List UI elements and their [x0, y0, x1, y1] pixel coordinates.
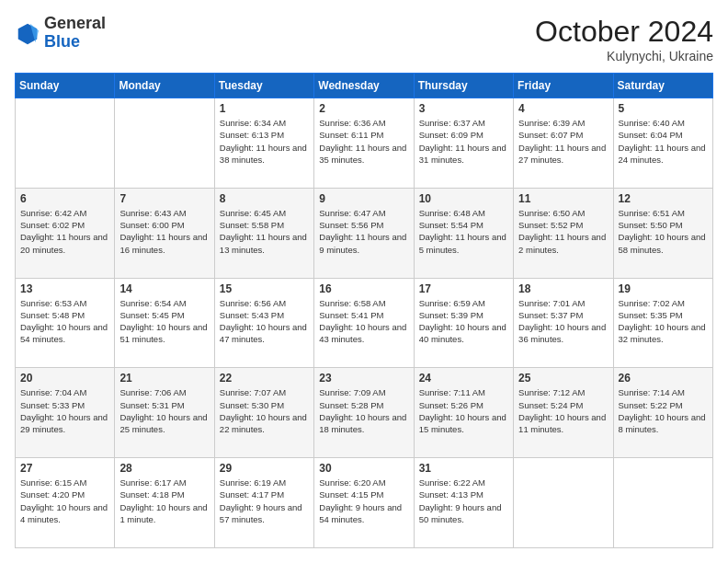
day-info: Sunrise: 6:39 AMSunset: 6:07 PMDaylight:… [518, 117, 608, 166]
week-row-2: 6Sunrise: 6:42 AMSunset: 6:02 PMDaylight… [16, 188, 713, 278]
day-number: 1 [220, 102, 309, 115]
day-cell: 24Sunrise: 7:11 AMSunset: 5:26 PMDayligh… [414, 368, 513, 458]
calendar-table: SundayMondayTuesdayWednesdayThursdayFrid… [15, 73, 713, 548]
month-title: October 2024 [535, 15, 713, 49]
day-cell: 17Sunrise: 6:59 AMSunset: 5:39 PMDayligh… [414, 278, 513, 368]
day-cell: 20Sunrise: 7:04 AMSunset: 5:33 PMDayligh… [16, 368, 115, 458]
day-cell: 29Sunrise: 6:19 AMSunset: 4:17 PMDayligh… [214, 458, 313, 548]
day-number: 13 [20, 282, 109, 295]
day-cell: 8Sunrise: 6:45 AMSunset: 5:58 PMDaylight… [214, 188, 313, 278]
day-number: 20 [20, 372, 109, 385]
day-cell: 7Sunrise: 6:43 AMSunset: 6:00 PMDaylight… [115, 188, 214, 278]
day-cell: 23Sunrise: 7:09 AMSunset: 5:28 PMDayligh… [314, 368, 414, 458]
day-info: Sunrise: 6:17 AMSunset: 4:18 PMDaylight:… [119, 477, 209, 525]
day-info: Sunrise: 7:01 AMSunset: 5:37 PMDaylight:… [518, 297, 608, 346]
day-number: 5 [619, 102, 708, 115]
day-cell: 18Sunrise: 7:01 AMSunset: 5:37 PMDayligh… [514, 278, 613, 368]
day-number: 26 [619, 372, 708, 385]
week-row-4: 20Sunrise: 7:04 AMSunset: 5:33 PMDayligh… [16, 368, 713, 458]
day-number: 4 [518, 102, 608, 115]
day-cell: 21Sunrise: 7:06 AMSunset: 5:31 PMDayligh… [115, 368, 214, 458]
day-info: Sunrise: 6:37 AMSunset: 6:09 PMDaylight:… [419, 117, 508, 166]
day-info: Sunrise: 6:54 AMSunset: 5:45 PMDaylight:… [119, 297, 209, 346]
day-number: 7 [119, 192, 209, 205]
day-number: 11 [518, 192, 608, 205]
day-number: 9 [319, 192, 408, 205]
day-cell [514, 458, 613, 548]
week-row-3: 13Sunrise: 6:53 AMSunset: 5:48 PMDayligh… [16, 278, 713, 368]
day-cell: 22Sunrise: 7:07 AMSunset: 5:30 PMDayligh… [214, 368, 313, 458]
day-cell: 2Sunrise: 6:36 AMSunset: 6:11 PMDaylight… [314, 98, 414, 189]
day-number: 2 [319, 102, 408, 115]
day-info: Sunrise: 6:51 AMSunset: 5:50 PMDaylight:… [619, 207, 708, 256]
day-cell: 12Sunrise: 6:51 AMSunset: 5:50 PMDayligh… [613, 188, 712, 278]
header: General Blue October 2024 Kulynychi, Ukr… [15, 15, 713, 63]
day-info: Sunrise: 7:11 AMSunset: 5:26 PMDaylight:… [419, 386, 508, 435]
day-cell: 4Sunrise: 6:39 AMSunset: 6:07 PMDaylight… [514, 98, 613, 189]
logo-icon [15, 20, 40, 46]
day-info: Sunrise: 6:36 AMSunset: 6:11 PMDaylight:… [319, 117, 408, 166]
day-cell: 31Sunrise: 6:22 AMSunset: 4:13 PMDayligh… [414, 458, 513, 548]
day-info: Sunrise: 6:48 AMSunset: 5:54 PMDaylight:… [419, 207, 508, 256]
day-cell [613, 458, 712, 548]
day-cell: 11Sunrise: 6:50 AMSunset: 5:52 PMDayligh… [514, 188, 613, 278]
day-info: Sunrise: 6:20 AMSunset: 4:15 PMDaylight:… [319, 477, 408, 525]
day-number: 31 [419, 462, 508, 475]
day-number: 23 [319, 372, 408, 385]
day-cell: 25Sunrise: 7:12 AMSunset: 5:24 PMDayligh… [514, 368, 613, 458]
day-number: 8 [220, 192, 309, 205]
day-number: 17 [419, 282, 508, 295]
day-cell: 14Sunrise: 6:54 AMSunset: 5:45 PMDayligh… [115, 278, 214, 368]
day-info: Sunrise: 6:45 AMSunset: 5:58 PMDaylight:… [220, 207, 309, 256]
day-info: Sunrise: 7:06 AMSunset: 5:31 PMDaylight:… [119, 386, 209, 435]
day-cell [115, 98, 214, 189]
weekday-header-row: SundayMondayTuesdayWednesdayThursdayFrid… [16, 74, 713, 98]
day-number: 30 [319, 462, 408, 475]
day-cell: 1Sunrise: 6:34 AMSunset: 6:13 PMDaylight… [214, 98, 313, 189]
day-cell [16, 98, 115, 189]
day-number: 29 [220, 462, 309, 475]
day-number: 12 [619, 192, 708, 205]
day-cell: 6Sunrise: 6:42 AMSunset: 6:02 PMDaylight… [16, 188, 115, 278]
weekday-monday: Monday [115, 74, 214, 98]
day-info: Sunrise: 6:56 AMSunset: 5:43 PMDaylight:… [220, 297, 309, 346]
day-number: 16 [319, 282, 408, 295]
day-cell: 10Sunrise: 6:48 AMSunset: 5:54 PMDayligh… [414, 188, 513, 278]
day-info: Sunrise: 6:43 AMSunset: 6:00 PMDaylight:… [119, 207, 209, 256]
logo-blue: Blue [44, 33, 106, 52]
day-info: Sunrise: 6:42 AMSunset: 6:02 PMDaylight:… [20, 207, 109, 256]
day-cell: 13Sunrise: 6:53 AMSunset: 5:48 PMDayligh… [16, 278, 115, 368]
day-number: 10 [419, 192, 508, 205]
weekday-friday: Friday [514, 74, 613, 98]
day-info: Sunrise: 6:19 AMSunset: 4:17 PMDaylight:… [220, 477, 309, 525]
day-info: Sunrise: 6:50 AMSunset: 5:52 PMDaylight:… [518, 207, 608, 256]
day-number: 6 [20, 192, 109, 205]
day-cell: 3Sunrise: 6:37 AMSunset: 6:09 PMDaylight… [414, 98, 513, 189]
subtitle: Kulynychi, Ukraine [535, 49, 713, 63]
day-cell: 5Sunrise: 6:40 AMSunset: 6:04 PMDaylight… [613, 98, 712, 189]
weekday-thursday: Thursday [414, 74, 513, 98]
day-cell: 27Sunrise: 6:15 AMSunset: 4:20 PMDayligh… [16, 458, 115, 548]
day-info: Sunrise: 6:15 AMSunset: 4:20 PMDaylight:… [20, 477, 109, 525]
page: General Blue October 2024 Kulynychi, Ukr… [0, 0, 728, 563]
day-number: 27 [20, 462, 109, 475]
day-cell: 9Sunrise: 6:47 AMSunset: 5:56 PMDaylight… [314, 188, 414, 278]
weekday-saturday: Saturday [613, 74, 712, 98]
day-info: Sunrise: 7:07 AMSunset: 5:30 PMDaylight:… [220, 386, 309, 435]
day-cell: 28Sunrise: 6:17 AMSunset: 4:18 PMDayligh… [115, 458, 214, 548]
day-number: 18 [518, 282, 608, 295]
day-info: Sunrise: 6:34 AMSunset: 6:13 PMDaylight:… [220, 117, 309, 166]
logo-text: General Blue [44, 15, 106, 52]
day-cell: 16Sunrise: 6:58 AMSunset: 5:41 PMDayligh… [314, 278, 414, 368]
day-info: Sunrise: 6:53 AMSunset: 5:48 PMDaylight:… [20, 297, 109, 346]
day-info: Sunrise: 6:47 AMSunset: 5:56 PMDaylight:… [319, 207, 408, 256]
day-info: Sunrise: 7:12 AMSunset: 5:24 PMDaylight:… [518, 386, 608, 435]
day-number: 21 [119, 372, 209, 385]
week-row-5: 27Sunrise: 6:15 AMSunset: 4:20 PMDayligh… [16, 458, 713, 548]
logo-general: General [44, 15, 106, 33]
day-number: 14 [119, 282, 209, 295]
weekday-sunday: Sunday [16, 74, 115, 98]
day-number: 3 [419, 102, 508, 115]
day-info: Sunrise: 6:22 AMSunset: 4:13 PMDaylight:… [419, 477, 508, 525]
day-info: Sunrise: 6:58 AMSunset: 5:41 PMDaylight:… [319, 297, 408, 346]
